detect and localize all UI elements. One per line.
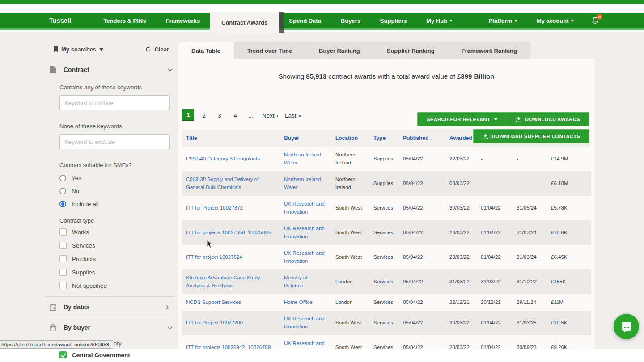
page-3[interactable]: 3: [214, 109, 225, 121]
clear-filters-button[interactable]: Clear: [145, 46, 169, 53]
cell-value: 05/04/22: [403, 345, 423, 349]
column-header-location[interactable]: Location: [331, 130, 369, 147]
pagination: 1234...Next ›Last »: [182, 109, 303, 121]
radio-icon[interactable]: [59, 188, 66, 194]
nav-item-spend-data[interactable]: Spend Data: [279, 13, 331, 28]
by-buyer-section-header[interactable]: By buyer: [43, 317, 177, 337]
contract-type-services[interactable]: Services: [59, 242, 177, 249]
buyer-link[interactable]: Northern Ireland Water: [284, 177, 321, 190]
cell-type: Supplies: [369, 147, 398, 171]
sme-radio-include-all[interactable]: Include all: [59, 201, 177, 207]
award-title-link[interactable]: ITT for Project 10027200: [186, 320, 243, 325]
column-header-title[interactable]: Title: [182, 130, 280, 147]
award-title-link[interactable]: ITT for project 10027624: [186, 254, 242, 260]
award-title-link[interactable]: C909-38 Supply and Delivery of General B…: [186, 177, 258, 190]
page-4[interactable]: 4: [229, 109, 241, 121]
buyer-category-option[interactable]: Central Government: [59, 351, 177, 358]
buyer-link[interactable]: Northern Ireland Water: [284, 152, 321, 165]
page-last[interactable]: Last »: [284, 109, 303, 121]
cell-end-date: 31/03/24: [512, 245, 547, 269]
cell-buyer: UK Research and Innovation: [280, 245, 331, 269]
download-supplier-contacts-label: DOWNLOAD SUPPLIER CONTACTS: [491, 134, 580, 139]
nav-item-buyers[interactable]: Buyers: [331, 13, 370, 28]
document-icon: [50, 66, 56, 73]
download-awards-button[interactable]: DOWNLOAD AWARDS: [507, 112, 589, 126]
checkbox-icon[interactable]: [59, 269, 67, 276]
column-header-buyer[interactable]: Buyer: [280, 130, 331, 147]
cell-award-value: £6.45K: [547, 245, 591, 269]
page-1[interactable]: 1: [182, 109, 194, 121]
search-for-relevant-button[interactable]: SEARCH FOR RELEVANT: [417, 112, 507, 126]
cell-awarded: 30/03/22: [445, 311, 476, 335]
nav-item-my-hub[interactable]: My Hub▾: [416, 13, 462, 28]
exclude-keywords-input[interactable]: [59, 134, 170, 149]
cell-value: 31/03/24: [517, 254, 537, 260]
buyer-link[interactable]: UK Research and Innovation: [284, 316, 325, 329]
contract-type-works[interactable]: Works: [59, 228, 177, 236]
buyer-link[interactable]: UK Research and Innovation: [284, 201, 325, 215]
page-next[interactable]: Next ›: [261, 109, 280, 121]
radio-icon[interactable]: [59, 175, 66, 181]
tab-data-table[interactable]: Data Table: [178, 42, 234, 59]
cell-location: London: [331, 269, 369, 294]
tab-trend-over-time[interactable]: Trend over Time: [234, 42, 305, 59]
chat-launcher-button[interactable]: [614, 314, 639, 339]
buyer-link[interactable]: Ministry of Defence: [284, 275, 307, 288]
contract-type-products[interactable]: Products: [59, 255, 177, 262]
nav-item-suppliers[interactable]: Suppliers: [370, 13, 416, 28]
nav-item-platform[interactable]: Platform▾: [479, 13, 527, 28]
nav-item-frameworks[interactable]: Frameworks: [156, 13, 210, 28]
award-title-link[interactable]: ITT for Project 10027372: [186, 205, 243, 210]
award-title-link[interactable]: Strategic Advantage Case Study Analysis …: [186, 275, 260, 288]
award-title-link[interactable]: ITT for projects 10027358, 10025895: [186, 230, 271, 235]
sort-descending-icon[interactable]: ↓: [430, 135, 433, 141]
column-header-published[interactable]: Published↓: [398, 130, 445, 147]
contract-section-header[interactable]: Contract: [43, 59, 177, 80]
contract-type-option-label: Not specified: [72, 282, 107, 289]
buyer-link[interactable]: UK Research and Innovation: [284, 341, 325, 349]
download-awards-label: DOWNLOAD AWARDS: [525, 117, 580, 122]
cell-value: 31/03/24: [517, 230, 537, 235]
award-title-link[interactable]: ITT for projects 10026942, 10026789: [186, 345, 271, 349]
brand-logo[interactable]: Tussell: [49, 17, 71, 24]
checkbox-icon[interactable]: [59, 242, 67, 249]
column-header-type[interactable]: Type: [369, 130, 398, 147]
cell-published: 05/04/22: [398, 294, 445, 311]
radio-icon[interactable]: [59, 201, 66, 207]
include-keywords-input[interactable]: [59, 95, 170, 110]
by-dates-section-header[interactable]: By dates: [43, 297, 177, 317]
cell-value: 28/03/22: [449, 254, 470, 260]
tab-framework-ranking[interactable]: Framework Ranking: [448, 42, 530, 59]
my-searches-dropdown[interactable]: My searches: [54, 46, 103, 53]
column-header-awarded[interactable]: Awarded: [445, 130, 476, 147]
checkbox-icon[interactable]: [59, 255, 67, 262]
nav-item-tenders-pins[interactable]: Tenders & PINs: [93, 13, 156, 28]
buyer-link[interactable]: UK Research and Innovation: [284, 250, 325, 264]
checked-checkbox-icon[interactable]: [59, 351, 67, 358]
tab-buyer-ranking[interactable]: Buyer Ranking: [305, 42, 373, 59]
cell-buyer: Northern Ireland Water: [280, 147, 331, 171]
sme-radio-yes[interactable]: Yes: [59, 175, 177, 181]
page-2[interactable]: 2: [198, 109, 210, 121]
cell-location: Northern Ireland: [331, 147, 369, 171]
buyer-link[interactable]: Home Office: [284, 299, 313, 305]
contract-type-supplies[interactable]: Supplies: [59, 269, 177, 276]
award-title-link[interactable]: C990-40 Category 3 Coagulants: [186, 156, 260, 161]
exclude-keywords-label: None of these keywords: [59, 123, 177, 130]
page-[interactable]: ...: [245, 109, 257, 121]
nav-item-contract-awards[interactable]: Contract Awards: [210, 12, 279, 33]
checkbox-icon[interactable]: [59, 228, 67, 236]
cell-awarded: 08/03/22: [445, 171, 476, 196]
nav-item-my-account[interactable]: My account▾: [527, 13, 583, 28]
table-row: C909-38 Supply and Delivery of General B…: [182, 171, 591, 196]
cell-location: South West: [331, 196, 369, 220]
award-title-link[interactable]: NCDS Support Services: [186, 299, 241, 305]
download-supplier-contacts-button[interactable]: DOWNLOAD SUPPLIER CONTACTS: [473, 129, 589, 143]
cell-value: -: [481, 156, 483, 161]
sme-radio-no[interactable]: No: [59, 188, 177, 194]
checkbox-icon[interactable]: [59, 282, 67, 289]
notifications-button[interactable]: 3: [591, 17, 599, 25]
buyer-link[interactable]: UK Research and Innovation: [284, 226, 325, 239]
tab-supplier-ranking[interactable]: Supplier Ranking: [373, 42, 448, 59]
contract-type-not-specified[interactable]: Not specified: [59, 282, 177, 289]
